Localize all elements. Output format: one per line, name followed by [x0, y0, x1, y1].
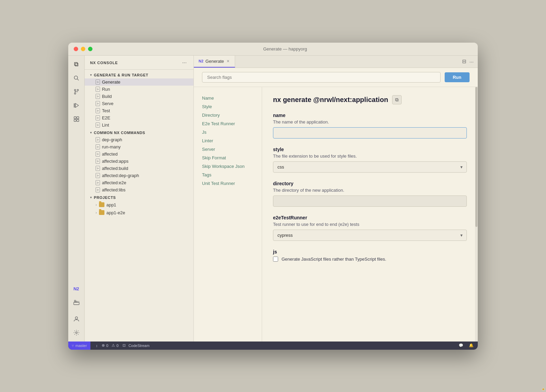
sidebar-item-affected-build[interactable]: > affected:build	[85, 165, 193, 172]
close-button[interactable]	[74, 47, 78, 51]
tab-close-button[interactable]: ×	[226, 58, 230, 64]
form-area: nx generate @nrwl/next:application ⧉ nam…	[262, 87, 478, 342]
nx-console-icon[interactable]: N2	[70, 283, 83, 295]
sidebar-item-generate[interactable]: > Generate	[85, 78, 193, 86]
window-title: Generate — happyorg	[98, 46, 472, 52]
run-debug-icon[interactable]	[70, 99, 83, 112]
field-style-description: The file extension to be used for style …	[273, 154, 467, 159]
section-label: GENERATE & RUN TARGET	[94, 73, 148, 77]
run-item-icon: >	[96, 137, 100, 142]
style-select[interactable]: css scss sass less styl	[273, 161, 467, 173]
sidebar-item-run-many[interactable]: > run-many	[85, 143, 193, 150]
svg-rect-15	[76, 301, 77, 302]
section-label: COMMON NX COMMANDS	[94, 131, 145, 135]
flag-item-skip-workspace-json[interactable]: Skip Workspace Json	[202, 162, 254, 171]
svg-point-17	[75, 317, 77, 319]
run-item-icon: >	[96, 151, 100, 157]
sidebar-item-test[interactable]: > Test	[85, 107, 193, 114]
run-button[interactable]: Run	[445, 72, 470, 82]
flag-item-skip-format[interactable]: Skip Format	[202, 154, 254, 162]
svg-rect-13	[74, 302, 79, 305]
sidebar-item-label: Run	[102, 87, 110, 92]
scrollbar-track[interactable]	[475, 87, 478, 342]
status-codestream[interactable]: ⊡ CodeStream	[123, 343, 149, 348]
sidebar-item-affected-dep-graph[interactable]: > affected:dep-graph	[85, 172, 193, 179]
status-sync[interactable]: ↕	[96, 344, 98, 348]
tab-generate[interactable]: N2 Generate ×	[194, 56, 235, 68]
sidebar-item-affected-libs[interactable]: > affected:libs	[85, 186, 193, 193]
svg-marker-5	[75, 103, 78, 107]
sidebar-item-lint[interactable]: > Lint	[85, 121, 193, 129]
run-item-icon: >	[96, 79, 100, 85]
flag-item-linter[interactable]: Linter	[202, 136, 254, 145]
svg-rect-11	[74, 119, 76, 121]
account-icon[interactable]	[70, 313, 83, 325]
sidebar-item-affected[interactable]: > affected	[85, 150, 193, 158]
explorer-icon[interactable]: ⧉	[70, 58, 83, 71]
section-label: PROJECTS	[94, 195, 116, 200]
source-control-icon[interactable]	[70, 86, 83, 98]
sidebar-section-generate[interactable]: ▾ GENERATE & RUN TARGET	[85, 71, 193, 78]
js-checkbox-label: Generate JavaScript files rather than Ty…	[282, 256, 386, 263]
sidebar-item-label: Build	[102, 94, 112, 99]
more-actions-button[interactable]: ···	[469, 59, 474, 64]
sidebar-item-e2e[interactable]: > E2E	[85, 114, 193, 121]
split-editor-button[interactable]: ⊟	[462, 58, 466, 64]
sidebar-item-label: affected:libs	[102, 187, 126, 192]
field-name: name The name of the application.	[273, 113, 467, 139]
status-branch-accent[interactable]: ⑂ master	[68, 342, 90, 350]
svg-point-18	[75, 332, 77, 333]
style-select-wrapper: css scss sass less styl	[273, 161, 467, 173]
sidebar-item-affected-apps[interactable]: > affected:apps	[85, 158, 193, 165]
content-area: N2 Generate × ⊟ ··· Run Name Style	[194, 56, 478, 342]
tab-bar: N2 Generate × ⊟ ···	[194, 56, 478, 68]
flag-item-server[interactable]: Server	[202, 145, 254, 154]
copy-command-button[interactable]: ⧉	[392, 95, 402, 104]
extensions-icon[interactable]	[70, 113, 83, 125]
flag-item-e2e-test-runner[interactable]: E2e Test Runner	[202, 119, 254, 128]
scrollbar-thumb	[475, 87, 477, 227]
minimize-button[interactable]	[81, 47, 85, 51]
app-window: Generate — happyorg ⧉	[68, 43, 478, 350]
status-errors[interactable]: ⊗ 0 ⚠ 0	[102, 343, 118, 348]
svg-line-1	[77, 79, 78, 80]
docker-icon[interactable]	[70, 296, 83, 309]
svg-rect-10	[77, 117, 79, 119]
flag-item-style[interactable]: Style	[202, 102, 254, 111]
sidebar-section-projects[interactable]: ▾ PROJECTS	[85, 193, 193, 201]
branch-icon: ⑂	[72, 344, 74, 348]
warning-icon: ⚠	[112, 343, 115, 348]
project-label: app1-e2e	[106, 210, 125, 215]
run-item-icon: >	[96, 122, 100, 128]
directory-input[interactable]	[273, 195, 467, 207]
flag-item-js[interactable]: Js	[202, 128, 254, 136]
flag-item-unit-test-runner[interactable]: Unit Test Runner	[202, 179, 254, 188]
tab-label: Generate	[205, 59, 224, 64]
sidebar-item-build[interactable]: > Build	[85, 93, 193, 100]
sidebar-item-app1-e2e[interactable]: › app1-e2e	[85, 209, 193, 217]
settings-icon[interactable]	[70, 326, 83, 339]
sidebar-menu-button[interactable]: ···	[181, 59, 188, 67]
comments-icon[interactable]: 💬	[459, 343, 463, 348]
js-checkbox[interactable]	[273, 257, 278, 262]
sidebar-item-app1[interactable]: › app1	[85, 201, 193, 209]
sidebar-item-run[interactable]: > Run	[85, 86, 193, 93]
sidebar-section-common[interactable]: ▾ COMMON NX COMMANDS	[85, 129, 193, 136]
flag-item-name[interactable]: Name	[202, 94, 254, 102]
search-flags-input[interactable]	[202, 72, 441, 83]
status-right: 💬 🔔	[459, 343, 474, 348]
sidebar-item-label: Serve	[102, 101, 114, 106]
sidebar-item-serve[interactable]: > Serve	[85, 100, 193, 107]
chevron-right-icon: ›	[96, 203, 97, 207]
search-icon[interactable]	[70, 72, 83, 84]
bell-icon[interactable]: 🔔	[469, 343, 474, 348]
flag-item-tags[interactable]: Tags	[202, 171, 254, 179]
maximize-button[interactable]	[88, 47, 92, 51]
sidebar-item-dep-graph[interactable]: > dep-graph	[85, 136, 193, 143]
name-input[interactable]	[273, 127, 467, 139]
e2e-test-runner-select[interactable]: cypress none	[273, 230, 467, 241]
flags-list: Name Style Directory E2e Test Runner Js …	[194, 87, 262, 342]
sidebar-item-affected-e2e[interactable]: > affected:e2e	[85, 179, 193, 186]
flag-item-directory[interactable]: Directory	[202, 111, 254, 119]
sidebar-title: NX CONSOLE	[90, 61, 118, 65]
